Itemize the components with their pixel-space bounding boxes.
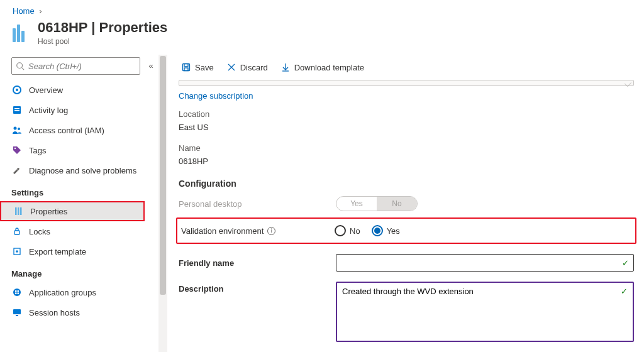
validation-environment-label: Validation environment	[181, 226, 264, 236]
people-icon	[11, 124, 23, 136]
breadcrumb: Home ›	[0, 0, 644, 16]
sidebar-item-overview[interactable]: Overview	[0, 80, 143, 100]
discard-icon	[226, 62, 236, 72]
configuration-header: Configuration	[179, 179, 636, 189]
save-label: Save	[195, 63, 214, 72]
sidebar-item-label: Export template	[29, 247, 86, 256]
svg-point-3	[16, 89, 18, 91]
search-input[interactable]	[28, 62, 136, 71]
location-value: East US	[179, 123, 634, 132]
svg-point-9	[14, 148, 16, 149]
download-label: Download template	[294, 63, 364, 72]
change-subscription-link[interactable]: Change subscription	[176, 89, 256, 107]
save-button[interactable]: Save	[181, 62, 214, 72]
description-label: Description	[179, 284, 224, 294]
activity-log-icon	[11, 104, 23, 116]
sidebar-item-tags[interactable]: Tags	[0, 140, 143, 160]
hostpool-icon	[13, 23, 31, 42]
properties-icon	[13, 206, 24, 217]
validation-environment-row: Validation environment i No Yes	[176, 217, 636, 244]
discard-label: Discard	[240, 63, 268, 72]
checkmark-icon: ✓	[622, 258, 629, 268]
sidebar-item-label: Application groups	[29, 288, 96, 297]
sidebar-item-diagnose[interactable]: Diagnose and solve problems	[0, 160, 143, 180]
sidebar-item-activity-log[interactable]: Activity log	[0, 100, 143, 120]
name-label: Name	[179, 143, 634, 153]
radio-yes-label: Yes	[387, 226, 400, 236]
svg-rect-13	[14, 231, 19, 234]
command-bar: Save Discard Download template	[176, 55, 636, 80]
breadcrumb-home[interactable]: Home	[13, 6, 35, 16]
svg-rect-5	[14, 108, 19, 109]
page-subtitle: Host pool	[38, 37, 167, 46]
discard-button[interactable]: Discard	[226, 62, 268, 72]
svg-rect-20	[13, 309, 21, 314]
sidebar-item-label: Tags	[29, 146, 46, 155]
wrench-icon	[11, 165, 23, 176]
svg-point-8	[18, 128, 20, 130]
svg-rect-12	[20, 207, 22, 215]
description-textarea[interactable]	[336, 282, 634, 342]
svg-rect-6	[14, 110, 19, 111]
sidebar-item-properties[interactable]: Properties	[0, 201, 145, 221]
sidebar-item-label: Activity log	[29, 106, 68, 115]
info-icon[interactable]: i	[267, 227, 275, 235]
svg-rect-22	[183, 64, 190, 71]
toggle-yes: Yes	[336, 197, 377, 211]
svg-point-7	[14, 127, 17, 130]
main-content: Save Discard Download template Change su…	[172, 55, 644, 352]
sidebar-item-locks[interactable]: Locks	[0, 221, 143, 241]
sidebar-item-iam[interactable]: Access control (IAM)	[0, 120, 143, 140]
save-icon	[181, 62, 191, 72]
svg-rect-24	[184, 68, 188, 71]
svg-rect-11	[18, 207, 19, 215]
search-icon	[16, 62, 25, 70]
subscription-field-collapsed[interactable]	[179, 80, 634, 86]
radio-no-label: No	[350, 226, 360, 236]
personal-desktop-toggle: Yes No	[336, 196, 418, 211]
friendly-name-input[interactable]	[336, 254, 634, 272]
overview-icon	[11, 84, 23, 96]
page-header: 0618HP | Properties Host pool	[0, 16, 644, 55]
sidebar-item-session-hosts[interactable]: Session hosts	[0, 302, 143, 322]
sidebar: Overview Activity log Access control (IA…	[0, 55, 143, 352]
svg-rect-16	[15, 290, 17, 292]
personal-desktop-label: Personal desktop	[179, 199, 336, 209]
session-hosts-icon	[11, 307, 23, 318]
lock-icon	[11, 226, 23, 237]
toggle-no: No	[377, 197, 417, 211]
validation-radio-no[interactable]: No	[335, 225, 360, 236]
svg-rect-18	[15, 293, 17, 295]
name-value: 0618HP	[179, 157, 634, 166]
sidebar-search[interactable]	[11, 57, 140, 75]
sidebar-item-label: Overview	[29, 85, 63, 95]
friendly-name-label: Friendly name	[179, 258, 234, 268]
sidebar-item-label: Locks	[29, 227, 50, 236]
checkmark-icon: ✓	[621, 287, 628, 296]
sidebar-section-settings: Settings	[0, 180, 143, 201]
sidebar-item-label: Properties	[30, 207, 67, 216]
svg-rect-21	[16, 315, 18, 316]
sidebar-item-label: Diagnose and solve problems	[29, 166, 136, 175]
sidebar-item-label: Session hosts	[29, 308, 80, 317]
download-template-button[interactable]: Download template	[280, 62, 364, 72]
sidebar-item-application-groups[interactable]: Application groups	[0, 282, 143, 302]
svg-point-15	[13, 289, 21, 296]
svg-rect-10	[15, 207, 17, 215]
tag-icon	[11, 145, 23, 156]
svg-rect-23	[184, 64, 188, 67]
sidebar-scrollbar[interactable]	[158, 55, 167, 352]
chevron-right-icon: ›	[39, 6, 42, 16]
collapse-sidebar-button[interactable]: «	[143, 55, 158, 352]
svg-rect-17	[18, 290, 19, 292]
svg-line-1	[22, 68, 25, 70]
sidebar-item-label: Access control (IAM)	[29, 126, 104, 135]
location-label: Location	[179, 109, 634, 119]
page-title: 0618HP | Properties	[38, 19, 167, 36]
download-icon	[280, 62, 291, 72]
validation-radio-yes[interactable]: Yes	[372, 225, 400, 236]
sidebar-item-export-template[interactable]: Export template	[0, 241, 143, 261]
svg-rect-19	[18, 293, 19, 295]
svg-point-0	[17, 63, 23, 69]
app-groups-icon	[11, 287, 23, 298]
